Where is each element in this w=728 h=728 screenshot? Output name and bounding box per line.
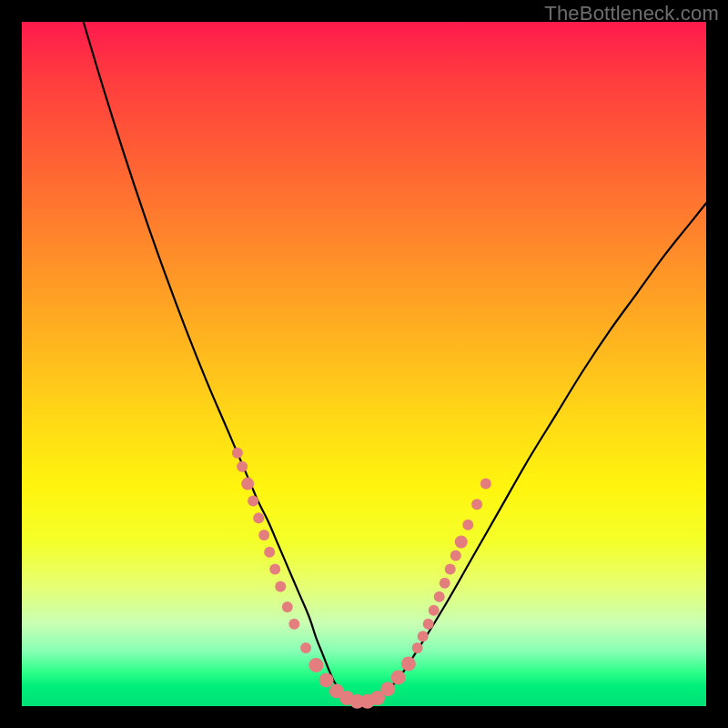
data-marker: [288, 619, 299, 630]
data-marker: [258, 530, 269, 541]
chart-svg: [22, 22, 706, 706]
data-marker: [450, 551, 461, 561]
data-marker: [418, 631, 429, 642]
data-marker: [232, 448, 243, 459]
data-marker: [241, 478, 254, 490]
data-marker: [319, 672, 334, 687]
data-marker: [434, 592, 445, 602]
data-marker: [391, 670, 406, 684]
marker-group: [232, 448, 491, 709]
data-marker: [248, 495, 258, 506]
data-marker: [300, 642, 311, 653]
data-marker: [412, 642, 423, 653]
data-marker: [269, 564, 280, 575]
data-marker: [282, 602, 293, 612]
data-marker: [264, 547, 275, 558]
bottleneck-curve: [84, 22, 706, 705]
data-marker: [275, 581, 286, 592]
data-marker: [440, 578, 450, 589]
data-marker: [445, 564, 456, 575]
data-marker: [455, 536, 468, 549]
data-marker: [429, 605, 440, 616]
plot-area: [22, 22, 706, 706]
data-marker: [380, 682, 395, 696]
data-marker: [471, 499, 482, 510]
data-marker: [253, 512, 264, 523]
data-marker: [480, 479, 491, 490]
data-marker: [423, 619, 434, 630]
data-marker: [308, 658, 323, 672]
data-marker: [237, 461, 248, 472]
data-marker: [401, 656, 416, 671]
data-marker: [462, 520, 473, 531]
chart-frame: TheBottleneck.com: [0, 0, 728, 728]
